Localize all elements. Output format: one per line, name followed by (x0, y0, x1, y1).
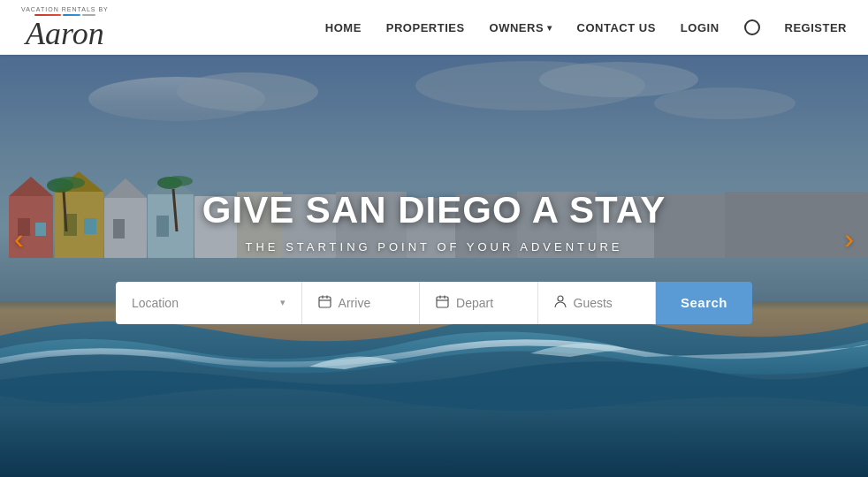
prev-slide-button[interactable]: ‹ (7, 216, 31, 262)
hero-title: GIVE SAN DIEGO A STAY (202, 189, 666, 231)
depart-placeholder: Depart (456, 296, 521, 310)
nav-register[interactable]: REGISTER (785, 21, 847, 34)
guests-placeholder: Guests (574, 296, 639, 310)
arrive-placeholder: Arrive (339, 296, 403, 310)
nav-login[interactable]: LOGIN (681, 21, 720, 34)
svg-rect-37 (319, 297, 331, 307)
arrive-field[interactable]: Arrive (302, 282, 420, 324)
hero-section: VACATION RENTALS BY Aaron HOME PROPERTIE… (0, 0, 868, 477)
location-chevron-icon: ▾ (280, 297, 286, 308)
header: VACATION RENTALS BY Aaron HOME PROPERTIE… (0, 0, 868, 55)
nav-home[interactable]: HOME (325, 21, 362, 34)
location-placeholder: Location (132, 296, 273, 310)
nav-owners[interactable]: OWNERS ▾ (490, 21, 552, 34)
user-circle-icon (744, 19, 760, 35)
nav-contact[interactable]: CONTACT US (577, 21, 656, 34)
logo: VACATION RENTALS BY Aaron (21, 6, 109, 49)
calendar-depart-icon (436, 295, 449, 311)
owners-dropdown-icon: ▾ (547, 23, 552, 33)
search-button[interactable]: Search (656, 282, 752, 324)
next-slide-button[interactable]: › (837, 216, 861, 262)
hero-content: GIVE SAN DIEGO A STAY THE STARTING POINT… (0, 0, 868, 477)
svg-point-45 (558, 296, 563, 301)
main-nav: HOME PROPERTIES OWNERS ▾ CONTACT US LOGI… (325, 19, 847, 35)
search-bar: Location ▾ Arrive (116, 282, 752, 324)
hero-subtitle: THE STARTING POINT OF YOUR ADVENTURE (246, 240, 623, 254)
guests-field[interactable]: Guests (538, 282, 656, 324)
location-field[interactable]: Location ▾ (116, 282, 302, 324)
logo-script: Aaron (26, 18, 104, 49)
nav-properties[interactable]: PROPERTIES (386, 21, 465, 34)
calendar-arrive-icon (318, 295, 331, 311)
svg-rect-41 (437, 297, 448, 307)
person-icon (554, 295, 567, 311)
depart-field[interactable]: Depart (420, 282, 537, 324)
logo-tagline: VACATION RENTALS BY (21, 6, 109, 12)
